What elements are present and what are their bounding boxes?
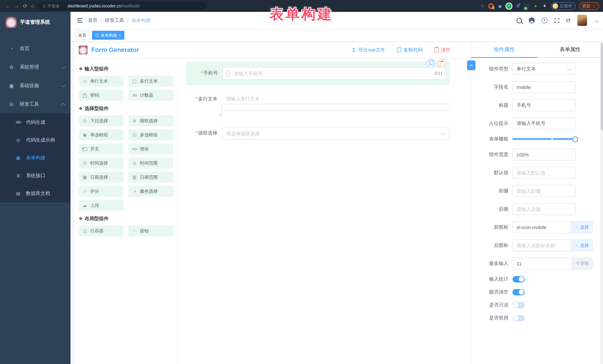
sidebar-item-infra[interactable]: ▣ 基础设施 xyxy=(0,76,70,95)
component-chip-cascader[interactable]: ⋔级联选择 xyxy=(128,115,173,126)
breadcrumb-home[interactable]: 首页 xyxy=(88,17,98,24)
component-chip-time-range[interactable]: ◶时间范围 xyxy=(128,157,173,169)
extension-2-icon[interactable]: ◆ xyxy=(497,3,503,9)
tag-form-builder[interactable]: 表单构建 × xyxy=(92,31,125,40)
component-chip-textarea[interactable]: ▢多行文本 xyxy=(128,76,173,87)
component-chip-single-text[interactable]: ▭单行文本 xyxy=(79,76,124,87)
component-chip-rate[interactable]: ☆评分 xyxy=(79,186,124,197)
choose-prefix-icon-button[interactable]: ☞选择 xyxy=(571,221,593,233)
mobile-input[interactable]: 0/11 xyxy=(222,67,446,80)
close-icon[interactable]: × xyxy=(119,33,121,37)
textarea-field[interactable] xyxy=(222,93,450,109)
cascader-field[interactable] xyxy=(222,131,441,136)
sidebar-item-db-doc[interactable]: ▤ 数据库文档 xyxy=(0,185,70,202)
title-input[interactable] xyxy=(513,102,575,108)
scrollbar-thumb[interactable] xyxy=(601,43,603,130)
panel-link-handle[interactable]: ∞ xyxy=(467,60,475,70)
tag-home[interactable]: 首页 xyxy=(75,31,90,40)
duplicate-item-button[interactable] xyxy=(426,59,435,67)
component-chip-password[interactable]: 密码 xyxy=(79,90,124,101)
extension-5-icon[interactable] xyxy=(524,3,530,9)
component-chip-radio-group[interactable]: ◉单选框组 xyxy=(79,129,124,141)
component-chip-row-container[interactable]: ◫行容器 xyxy=(79,225,124,236)
sidebar-item-codegen-demo[interactable]: ◎ 代码生成示例 xyxy=(0,131,70,149)
tab-component-props[interactable]: 组件属性 xyxy=(471,42,537,57)
placeholder-input[interactable] xyxy=(513,121,575,126)
app-logo-row[interactable]: 芋道管理系统 xyxy=(0,12,70,33)
github-icon[interactable] xyxy=(529,17,534,23)
home-icon[interactable]: ⌂ xyxy=(31,3,34,9)
help-icon[interactable] xyxy=(541,17,547,23)
mobile-input-field[interactable] xyxy=(230,71,446,76)
form-grid-slider[interactable] xyxy=(512,138,576,140)
component-type-select[interactable]: 单行文本 xyxy=(512,63,576,75)
clearable-toggle[interactable] xyxy=(512,289,525,295)
readonly-toggle[interactable] xyxy=(512,302,525,308)
field-name-input[interactable] xyxy=(513,84,575,90)
font-size-icon[interactable]: tT xyxy=(566,18,571,23)
suffix-input[interactable] xyxy=(513,206,575,212)
user-avatar[interactable] xyxy=(577,15,587,26)
hamburger-icon[interactable] xyxy=(77,18,83,22)
sidebar-item-home[interactable]: ◔ 首页 xyxy=(0,39,70,58)
component-chip-checkbox-group[interactable]: ☑多选框组 xyxy=(128,129,173,141)
copy-code-button[interactable]: 复制代码 xyxy=(397,46,423,53)
page-scrollbar[interactable] xyxy=(600,42,603,364)
extension-4-icon[interactable]: ≣ xyxy=(515,3,521,9)
extension-1-icon[interactable] xyxy=(488,3,494,9)
component-chip-upload[interactable]: ☁上传 xyxy=(79,200,124,211)
slider-handle[interactable] xyxy=(572,136,578,142)
kebab-menu-icon[interactable]: ⋮ xyxy=(592,3,596,8)
choose-suffix-icon-button[interactable]: ☞选择 xyxy=(571,240,593,251)
address-bar[interactable]: ⚠ 不安全 dashboard.yudao.iocoder.cn/tool/bu… xyxy=(38,1,206,10)
prefix-icon-input[interactable] xyxy=(513,224,571,230)
sidebar-item-form-builder[interactable]: ▦ 表单构建 xyxy=(0,149,70,167)
reload-icon[interactable]: ⟳ xyxy=(23,3,27,9)
profile-paused-badge[interactable]: 已暂停 xyxy=(551,2,576,10)
component-chip-slider[interactable]: 滑块 xyxy=(128,143,173,154)
canvas-item-textarea[interactable]: *多行文本 xyxy=(186,93,449,118)
component-chip-button[interactable]: ☞按钮 xyxy=(128,225,173,236)
width-input[interactable] xyxy=(513,152,575,157)
sidebar-item-devtools[interactable]: ⊟ 研发工具 xyxy=(0,95,70,113)
default-value-input[interactable] xyxy=(513,170,575,176)
component-chip-select[interactable]: ⊙下拉选择 xyxy=(79,115,124,126)
security-warning[interactable]: ⚠ 不安全 xyxy=(42,3,60,9)
extension-3-icon[interactable]: ✓ xyxy=(506,3,512,9)
extension-6-icon[interactable]: ♣ xyxy=(533,3,538,9)
sidebar-item-system[interactable]: ⚙ 系统管理 xyxy=(0,58,70,76)
prefix-input[interactable] xyxy=(513,188,575,194)
forward-icon[interactable]: → xyxy=(14,3,19,9)
component-chip-color-picker[interactable]: ◑颜色选择 xyxy=(128,186,173,197)
component-chip-switch[interactable]: 开关 xyxy=(79,143,124,154)
disabled-toggle[interactable] xyxy=(512,315,525,321)
form-canvas[interactable]: *手机号 0/11 *多行文本 xyxy=(178,58,471,364)
component-chip-counter[interactable]: 123计数器 xyxy=(128,90,173,101)
sidebar-item-api[interactable]: ≣ 系统接口 xyxy=(0,167,70,185)
sidebar-item-codegen[interactable]: </> 代码生成 xyxy=(0,113,70,131)
clear-button[interactable]: 清空 xyxy=(435,46,451,53)
suffix-icon-input[interactable] xyxy=(513,243,571,248)
export-vue-button[interactable]: ↧ 导出vue文件 xyxy=(352,46,385,53)
maxlength-input[interactable] xyxy=(513,261,572,266)
resize-handle[interactable] xyxy=(219,113,221,116)
fullscreen-icon[interactable] xyxy=(554,18,559,23)
extension-7-icon[interactable]: ✦ xyxy=(542,3,547,9)
delete-item-button[interactable] xyxy=(438,59,446,67)
textarea-input[interactable] xyxy=(222,104,450,118)
cascader-select[interactable] xyxy=(222,127,449,140)
browser-update-button[interactable]: 更新 ⋮ xyxy=(579,2,599,10)
back-icon[interactable]: ← xyxy=(5,3,10,9)
bookmark-star-icon[interactable]: ☆ xyxy=(480,3,485,9)
component-chip-date-range[interactable]: ▥日期范围 xyxy=(128,172,173,183)
chevron-down-icon[interactable] xyxy=(595,19,598,22)
input-stats-toggle[interactable] xyxy=(512,276,525,282)
component-chip-time-picker[interactable]: ◷时间选择 xyxy=(79,157,124,169)
tab-form-props[interactable]: 表单属性 xyxy=(537,42,603,57)
breadcrumb-devtools[interactable]: 研发工具 xyxy=(105,17,124,24)
component-chip-date-picker[interactable]: ▦日期选择 xyxy=(79,172,124,183)
canvas-item-mobile[interactable]: *手机号 0/11 xyxy=(186,62,449,85)
trash-icon xyxy=(435,48,439,53)
canvas-item-cascader[interactable]: *级联选择 xyxy=(186,127,449,140)
search-icon[interactable] xyxy=(516,18,522,23)
